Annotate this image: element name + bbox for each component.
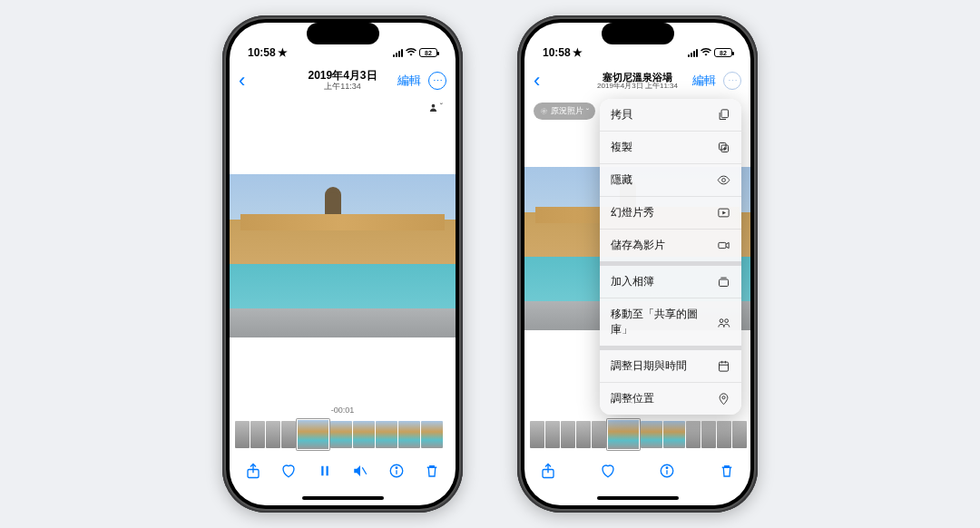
svg-rect-3 bbox=[326, 466, 328, 476]
svg-line-4 bbox=[362, 467, 367, 474]
video-icon bbox=[716, 239, 730, 253]
svg-rect-16 bbox=[719, 279, 728, 287]
menu-item-duplicate[interactable]: 複製 bbox=[600, 131, 741, 163]
svg-rect-19 bbox=[719, 362, 728, 371]
thumbnail-selected[interactable] bbox=[607, 419, 640, 450]
phone-right: 10:58 ★ 82 ‹ 塞切尼溫泉浴場 2019年4月3日 上午11:34 編… bbox=[517, 15, 758, 513]
menu-item-label: 拷貝 bbox=[611, 107, 632, 122]
svg-point-13 bbox=[721, 179, 725, 182]
svg-point-8 bbox=[543, 110, 544, 112]
nav-bar: ‹ 2019年4月3日 上午11:34 編輯 ⋯ bbox=[230, 63, 456, 99]
main-photo bbox=[230, 174, 456, 337]
share-button[interactable] bbox=[244, 462, 262, 480]
thumbnail[interactable] bbox=[235, 421, 250, 448]
live-photo-badge[interactable]: 原況照片 ˇ bbox=[534, 103, 595, 120]
menu-item-label: 隱藏 bbox=[611, 172, 632, 188]
back-button[interactable]: ‹ bbox=[239, 69, 245, 93]
thumbnail[interactable] bbox=[281, 421, 296, 448]
photo-area[interactable] bbox=[230, 116, 456, 395]
svg-point-18 bbox=[724, 318, 728, 322]
calendar-icon bbox=[716, 359, 730, 374]
thumbnail[interactable] bbox=[250, 421, 265, 448]
menu-item-eye[interactable]: 隱藏 bbox=[600, 163, 741, 196]
people-button[interactable]: ˇ bbox=[428, 103, 443, 112]
thumbnail[interactable] bbox=[398, 421, 420, 448]
sub-toolbar: ˇ bbox=[230, 99, 456, 116]
thumbnail[interactable] bbox=[330, 421, 352, 448]
thumbnail[interactable] bbox=[592, 421, 606, 448]
menu-item-label: 幻燈片秀 bbox=[611, 205, 654, 220]
menu-item-play-rect[interactable]: 幻燈片秀 bbox=[600, 196, 741, 229]
delete-button[interactable] bbox=[718, 462, 736, 480]
share-button[interactable] bbox=[539, 462, 557, 480]
chevron-down-icon: ˇ bbox=[440, 103, 443, 112]
filmstrip[interactable] bbox=[230, 415, 456, 451]
menu-item-copy[interactable]: 拷貝 bbox=[600, 99, 741, 131]
edit-button[interactable]: 編輯 bbox=[397, 73, 421, 89]
status-time: 10:58 bbox=[543, 46, 571, 59]
dynamic-island bbox=[602, 23, 674, 44]
mute-button[interactable] bbox=[351, 462, 369, 480]
menu-item-calendar[interactable]: 調整日期與時間 bbox=[600, 346, 741, 382]
svg-point-20 bbox=[721, 396, 724, 399]
duplicate-icon bbox=[716, 141, 730, 155]
copy-icon bbox=[716, 108, 730, 122]
info-button[interactable] bbox=[387, 462, 406, 480]
edit-button[interactable]: 編輯 bbox=[692, 73, 716, 89]
play-rect-icon bbox=[716, 206, 730, 220]
nav-bar: ‹ 塞切尼溫泉浴場 2019年4月3日 上午11:34 編輯 ⋯ bbox=[524, 63, 750, 99]
battery-icon: 82 bbox=[419, 48, 437, 57]
nav-title-datetime: 2019年4月3日 上午11:34 bbox=[597, 83, 678, 91]
phone-left: 10:58 ★ 82 ‹ 2019年4月3日 上午11:34 編輯 ⋯ bbox=[222, 15, 463, 513]
thumbnail[interactable] bbox=[530, 421, 544, 448]
screen: 10:58 ★ 82 ‹ 塞切尼溫泉浴場 2019年4月3日 上午11:34 編… bbox=[524, 23, 750, 505]
pause-button[interactable] bbox=[316, 462, 334, 480]
thumbnail[interactable] bbox=[561, 421, 575, 448]
svg-point-9 bbox=[542, 109, 547, 114]
menu-item-label: 複製 bbox=[611, 140, 632, 155]
thumbnail[interactable] bbox=[376, 421, 397, 448]
thumbnail[interactable] bbox=[732, 421, 747, 448]
thumbnail[interactable] bbox=[266, 421, 280, 448]
thumbnail[interactable] bbox=[545, 421, 560, 448]
signal-icon bbox=[393, 49, 403, 57]
thumbnail[interactable] bbox=[686, 421, 701, 448]
star-icon: ★ bbox=[278, 46, 288, 59]
menu-item-video[interactable]: 儲存為影片 bbox=[600, 229, 741, 261]
star-icon: ★ bbox=[573, 46, 583, 59]
svg-point-17 bbox=[720, 318, 723, 322]
favorite-button[interactable] bbox=[599, 462, 617, 480]
thumbnail[interactable] bbox=[421, 421, 443, 448]
dynamic-island bbox=[307, 23, 379, 44]
menu-item-label: 移動至「共享的圖庫」 bbox=[611, 307, 716, 337]
wifi-icon bbox=[406, 46, 416, 59]
wifi-icon bbox=[701, 46, 711, 59]
home-indicator[interactable] bbox=[230, 491, 456, 505]
info-button[interactable] bbox=[658, 462, 676, 480]
thumbnail[interactable] bbox=[353, 421, 375, 448]
shared-icon bbox=[716, 315, 730, 329]
menu-item-shared[interactable]: 移動至「共享的圖庫」 bbox=[600, 298, 741, 346]
bottom-toolbar bbox=[524, 451, 750, 491]
back-button[interactable]: ‹ bbox=[534, 69, 540, 93]
favorite-button[interactable] bbox=[279, 462, 298, 480]
menu-item-label: 儲存為影片 bbox=[611, 238, 665, 253]
more-button[interactable]: ⋯ bbox=[428, 72, 446, 90]
context-menu: 拷貝複製隱藏幻燈片秀儲存為影片加入相簿移動至「共享的圖庫」調整日期與時間調整位置 bbox=[600, 99, 741, 415]
thumbnail[interactable] bbox=[663, 421, 685, 448]
svg-point-7 bbox=[396, 467, 397, 469]
thumbnail[interactable] bbox=[717, 421, 731, 448]
thumbnail[interactable] bbox=[576, 421, 591, 448]
delete-button[interactable] bbox=[423, 462, 441, 480]
nav-title-time: 上午11:34 bbox=[308, 83, 377, 92]
thumbnail[interactable] bbox=[701, 421, 716, 448]
status-time: 10:58 bbox=[248, 46, 276, 59]
more-button[interactable]: ⋯ bbox=[723, 72, 741, 90]
thumbnail[interactable] bbox=[641, 421, 662, 448]
menu-item-album[interactable]: 加入相簿 bbox=[600, 261, 741, 298]
menu-item-location[interactable]: 調整位置 bbox=[600, 382, 741, 415]
filmstrip[interactable] bbox=[524, 415, 750, 451]
nav-title: 塞切尼溫泉浴場 2019年4月3日 上午11:34 bbox=[597, 72, 678, 91]
home-indicator[interactable] bbox=[524, 491, 750, 505]
thumbnail-selected[interactable] bbox=[297, 419, 329, 450]
